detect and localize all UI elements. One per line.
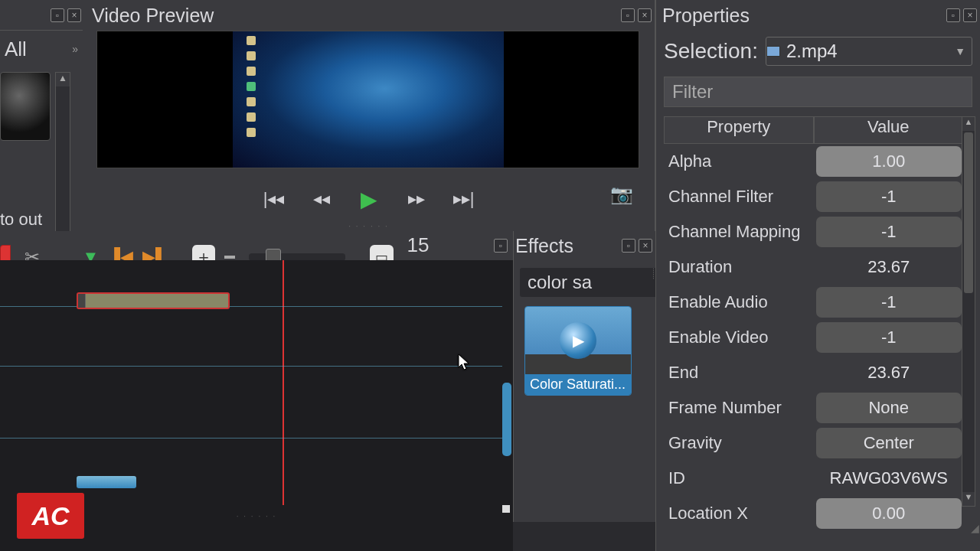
property-row: GravityCenter: [664, 425, 963, 461]
property-row: Location X0.00: [664, 496, 963, 531]
property-row: Alpha1.00: [664, 144, 963, 179]
column-header-value[interactable]: Value: [814, 116, 964, 144]
property-name: End: [664, 363, 815, 383]
properties-filter-input[interactable]: Filter: [664, 77, 972, 107]
video-frame: [233, 31, 504, 168]
property-value[interactable]: -1: [816, 287, 962, 318]
audio-clip[interactable]: [77, 476, 136, 488]
property-value[interactable]: -1: [816, 322, 962, 353]
property-name: Duration: [664, 257, 815, 277]
property-name: Gravity: [664, 433, 815, 453]
video-viewport[interactable]: [96, 31, 639, 168]
property-row: Channel Filter-1: [664, 179, 963, 214]
property-name: Frame Number: [664, 398, 815, 418]
property-row: Enable Video-1: [664, 320, 963, 355]
panel-title: Video Preview: [92, 5, 214, 27]
panel-title: Effects: [515, 235, 573, 257]
video-preview-panel: Video Preview ▫ × |◂◂ ◂◂ ▶ ▸▸ ▸▸| 📷 · · …: [83, 0, 655, 231]
watermark-badge: AC: [17, 493, 84, 539]
undock-icon[interactable]: ▫: [622, 239, 635, 253]
effect-item[interactable]: ▶ Color Saturati...: [524, 306, 632, 396]
drag-handle-icon[interactable]: · · · · · ·: [348, 222, 389, 230]
snapshot-button[interactable]: 📷: [610, 184, 633, 205]
property-row: End23.67: [664, 355, 963, 390]
properties-scrollbar[interactable]: ▲ ▼: [962, 116, 975, 507]
scroll-up-icon[interactable]: ▲: [56, 73, 70, 86]
property-name: Enable Video: [664, 328, 815, 347]
rewind-button[interactable]: ◂◂: [309, 186, 335, 212]
property-value[interactable]: Center: [816, 428, 962, 458]
property-name: Channel Mapping: [664, 222, 815, 242]
scroll-up-icon[interactable]: ▲: [962, 117, 975, 131]
skip-start-button[interactable]: |◂◂: [261, 186, 287, 212]
transitions-filter[interactable]: All: [5, 37, 27, 61]
skip-end-button[interactable]: ▸▸|: [451, 186, 477, 212]
property-name: Location X: [664, 504, 815, 523]
property-row: Frame NumberNone: [664, 390, 963, 425]
transition-caption: to out: [0, 210, 42, 230]
property-name: Enable Audio: [664, 292, 815, 312]
close-icon[interactable]: ×: [639, 239, 652, 253]
scroll-down-icon[interactable]: ▼: [962, 492, 975, 506]
properties-table: Property Value Alpha1.00Channel Filter-1…: [664, 116, 963, 505]
column-header-property[interactable]: Property: [664, 116, 814, 144]
scroll-thumb[interactable]: [964, 132, 973, 293]
property-row: IDRAWG03V6WS: [664, 461, 963, 496]
chevron-right-icon[interactable]: »: [72, 43, 78, 55]
property-value[interactable]: -1: [816, 181, 962, 212]
property-row: Channel Mapping-1: [664, 214, 963, 249]
play-icon: ▶: [560, 322, 596, 359]
undock-icon[interactable]: ▫: [51, 8, 64, 22]
close-icon[interactable]: ×: [638, 8, 652, 22]
transport-bar: |◂◂ ◂◂ ▶ ▸▸ ▸▸|: [83, 182, 655, 216]
effects-panel: ▫ Effects ▫ × » ▶ Color Saturati...: [513, 231, 655, 522]
video-clip[interactable]: [77, 292, 230, 309]
property-name: Channel Filter: [664, 187, 815, 207]
timeline-panel: ✂ ▼ ▐◀ ▶▌ ＋ ▭ 15 seconds 31:15 00:00:15 …: [0, 231, 513, 551]
forward-button[interactable]: ▸▸: [403, 186, 430, 212]
property-row: Duration23.67: [664, 249, 963, 285]
vertical-scrollbar[interactable]: [502, 383, 511, 456]
properties-panel: Properties ▫ × Selection: 2.mp4 ▼ Filter…: [655, 0, 980, 551]
property-value[interactable]: None: [816, 393, 962, 423]
drag-handle-icon[interactable]: · · · · · ·: [237, 512, 277, 520]
effect-caption: Color Saturati...: [525, 374, 631, 395]
transition-thumbnail[interactable]: [0, 72, 51, 141]
play-button[interactable]: ▶: [356, 186, 382, 212]
selection-value: 2.mp4: [786, 41, 838, 62]
property-value[interactable]: 1.00: [816, 146, 962, 177]
selection-dropdown[interactable]: 2.mp4 ▼: [766, 37, 972, 66]
property-name: Alpha: [664, 152, 815, 171]
clip-icon: [766, 46, 780, 57]
effect-thumbnail: ▶: [525, 307, 631, 374]
property-name: ID: [664, 468, 815, 488]
close-icon[interactable]: ×: [963, 8, 977, 22]
desktop-icons: [247, 36, 257, 137]
close-icon[interactable]: ×: [67, 8, 81, 22]
undock-icon[interactable]: ▫: [621, 8, 635, 22]
panel-title: Properties: [662, 5, 750, 27]
filter-placeholder: Filter: [672, 81, 713, 103]
zoom-slider[interactable]: [249, 253, 345, 261]
zoom-out-icon: [224, 256, 235, 259]
property-value[interactable]: 23.67: [816, 357, 962, 388]
resize-handle[interactable]: [502, 505, 510, 513]
selection-label: Selection:: [664, 39, 758, 64]
undock-icon[interactable]: ▫: [946, 8, 960, 22]
property-value[interactable]: -1: [816, 217, 962, 247]
property-value[interactable]: RAWG03V6WS: [816, 463, 962, 494]
property-value[interactable]: 23.67: [816, 252, 962, 282]
playhead-line: [283, 260, 284, 505]
chevron-down-icon: ▼: [955, 45, 965, 57]
undock-icon[interactable]: ▫: [494, 239, 508, 253]
resize-grip-icon[interactable]: ◢: [971, 522, 977, 534]
property-row: Enable Audio-1: [664, 285, 963, 320]
property-value[interactable]: 0.00: [816, 498, 962, 529]
